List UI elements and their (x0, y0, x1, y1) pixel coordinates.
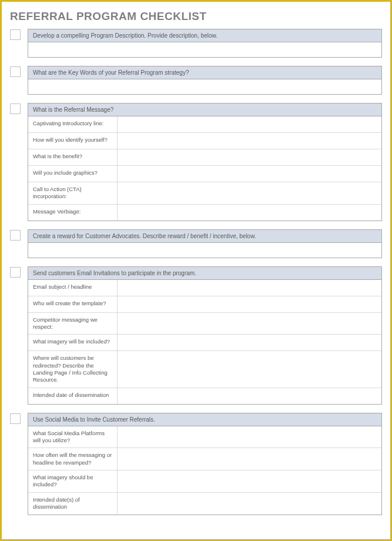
row-label: What imagery will be included? (28, 335, 118, 350)
section-email-invitations: Send customers Email Invitations to part… (10, 266, 382, 405)
row-input[interactable] (118, 426, 381, 448)
row-label: What Social Media Platforms will you uti… (28, 426, 118, 448)
row-input[interactable] (118, 166, 381, 182)
table-row: Who will create the template? (28, 296, 381, 313)
section-customer-advocates: Create a reward for Customer Advocates. … (10, 229, 382, 258)
row-label: Where will customers be redirected? Desc… (28, 351, 118, 387)
table-row: Competitor messaging we respect: (28, 313, 381, 335)
row-input[interactable] (118, 133, 381, 149)
row-label: Intended date of dissemination (28, 388, 118, 404)
section-social-media: Use Social Media to Invite Customer Refe… (10, 413, 382, 515)
section-header: Create a reward for Customer Advocates. … (28, 229, 382, 243)
checkbox[interactable] (10, 230, 21, 241)
checkbox[interactable] (10, 103, 21, 114)
input-area[interactable] (28, 243, 382, 258)
section-program-description: Develop a compelling Program Description… (10, 29, 382, 58)
checkbox[interactable] (10, 413, 21, 424)
table-row: Call to Action (CTA) incorporation: (28, 182, 381, 205)
section-header: Use Social Media to Invite Customer Refe… (28, 413, 382, 426)
section-key-words: What are the Key Words of your Referral … (10, 66, 382, 95)
section-referral-message: What is the Referral Message? Captivatin… (10, 103, 382, 221)
row-input[interactable] (118, 116, 381, 132)
table-row: Intended date of dissemination (28, 388, 381, 405)
checkbox[interactable] (10, 267, 21, 278)
section-header: What is the Referral Message? (28, 103, 382, 116)
row-input[interactable] (118, 296, 381, 312)
row-label: Intended date(s) of dissemination (28, 493, 118, 515)
table-row: What Social Media Platforms will you uti… (28, 426, 381, 449)
row-label: Message Verbiage: (28, 205, 118, 221)
row-input[interactable] (118, 335, 381, 350)
row-input[interactable] (118, 205, 381, 221)
table-row: Where will customers be redirected? Desc… (28, 351, 381, 388)
row-input[interactable] (118, 182, 381, 204)
checkbox[interactable] (10, 29, 21, 40)
section-header: Develop a compelling Program Description… (28, 29, 382, 42)
row-label: Email subject / headline (28, 280, 118, 296)
section-header: Send customers Email Invitations to part… (28, 266, 382, 280)
section-header: What are the Key Words of your Referral … (28, 66, 382, 79)
table-row: Will you include graphics? (28, 166, 381, 182)
row-label: What is the benefit? (28, 149, 118, 165)
table-row: Message Verbiage: (28, 205, 381, 221)
table-row: What imagery will be included? (28, 335, 381, 351)
table-row: What is the benefit? (28, 149, 381, 166)
input-area[interactable] (28, 42, 382, 58)
table-row: How often will the messaging or headline… (28, 448, 381, 470)
row-label: How often will the messaging or headline… (28, 448, 118, 470)
page-title: REFERRAL PROGRAM CHECKLIST (10, 10, 382, 23)
table-row: Email subject / headline (28, 280, 381, 296)
row-input[interactable] (118, 470, 381, 492)
row-input[interactable] (118, 448, 381, 470)
row-input[interactable] (118, 149, 381, 165)
checkbox[interactable] (10, 66, 21, 77)
table-row: How will you identify yourself? (28, 133, 381, 149)
table-row: What imagery should be included? (28, 470, 381, 493)
row-label: Will you include graphics? (28, 166, 118, 182)
row-label: Captivating Introductory line: (28, 116, 118, 132)
input-area[interactable] (28, 79, 382, 95)
table-row: Captivating Introductory line: (28, 116, 381, 133)
row-input[interactable] (118, 280, 381, 296)
row-input[interactable] (118, 388, 381, 404)
table-row: Intended date(s) of dissemination (28, 493, 381, 515)
row-label: Competitor messaging we respect: (28, 313, 118, 335)
row-input[interactable] (118, 493, 381, 515)
row-label: Who will create the template? (28, 296, 118, 312)
row-label: Call to Action (CTA) incorporation: (28, 182, 118, 204)
row-input[interactable] (118, 313, 381, 335)
row-label: What imagery should be included? (28, 470, 118, 492)
row-input[interactable] (118, 351, 381, 387)
row-label: How will you identify yourself? (28, 133, 118, 149)
